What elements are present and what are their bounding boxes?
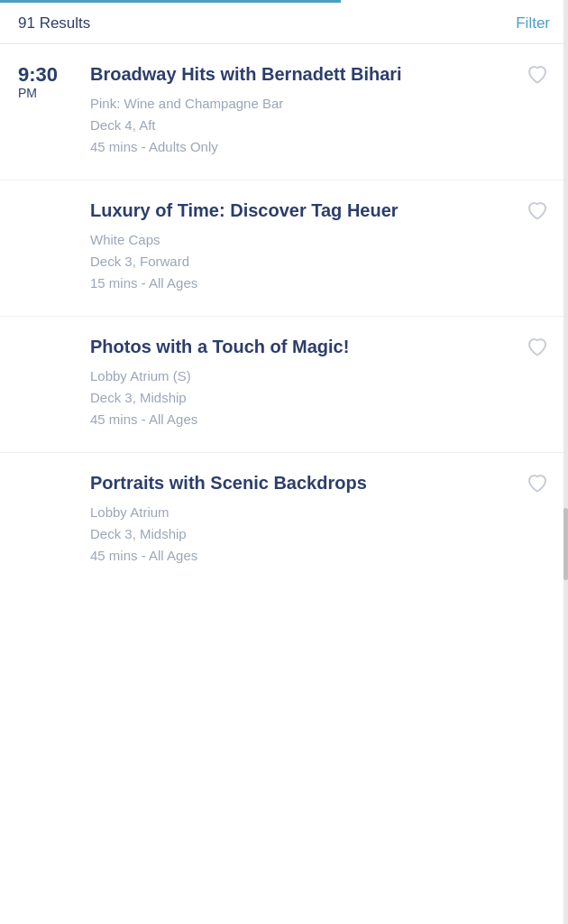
favorite-button[interactable] [525, 335, 550, 363]
event-content: Photos with a Touch of Magic! Lobby Atri… [90, 335, 550, 430]
event-title: Luxury of Time: Discover Tag Heuer [90, 199, 514, 222]
event-time-section [18, 471, 90, 567]
favorite-button[interactable] [525, 471, 550, 499]
event-location: Lobby Atrium (S)Deck 3, Midship45 mins -… [90, 365, 514, 430]
event-location: Lobby AtriumDeck 3, Midship45 mins - All… [90, 502, 514, 567]
favorite-button[interactable] [525, 199, 550, 226]
list-item: Luxury of Time: Discover Tag Heuer White… [0, 180, 568, 317]
event-list: 9:30 PM Broadway Hits with Bernadett Bih… [0, 44, 568, 588]
heart-icon [525, 335, 550, 360]
list-item: Portraits with Scenic Backdrops Lobby At… [0, 453, 568, 588]
heart-icon [525, 199, 550, 224]
event-period: PM [18, 86, 90, 100]
results-count: 91 Results [18, 14, 90, 32]
event-content: Broadway Hits with Bernadett Bihari Pink… [90, 62, 550, 158]
favorite-button[interactable] [525, 62, 550, 90]
event-time-section: 9:30 PM [18, 62, 90, 158]
heart-icon [525, 471, 550, 496]
event-title: Broadway Hits with Bernadett Bihari [90, 62, 514, 86]
event-time-section [18, 199, 90, 294]
header: 91 Results Filter [0, 0, 568, 44]
event-time: 9:30 [18, 64, 90, 86]
event-time-section [18, 335, 90, 430]
scrollbar-thumb [563, 508, 568, 580]
event-title: Photos with a Touch of Magic! [90, 335, 514, 358]
filter-button[interactable]: Filter [516, 14, 550, 32]
event-content: Luxury of Time: Discover Tag Heuer White… [90, 199, 550, 294]
event-title: Portraits with Scenic Backdrops [90, 471, 514, 494]
event-location: Pink: Wine and Champagne BarDeck 4, Aft4… [90, 93, 514, 158]
scrollbar[interactable] [563, 0, 568, 924]
heart-icon [525, 62, 550, 88]
list-item: Photos with a Touch of Magic! Lobby Atri… [0, 317, 568, 453]
event-location: White CapsDeck 3, Forward15 mins - All A… [90, 229, 514, 294]
event-content: Portraits with Scenic Backdrops Lobby At… [90, 471, 550, 567]
list-item: 9:30 PM Broadway Hits with Bernadett Bih… [0, 44, 568, 180]
